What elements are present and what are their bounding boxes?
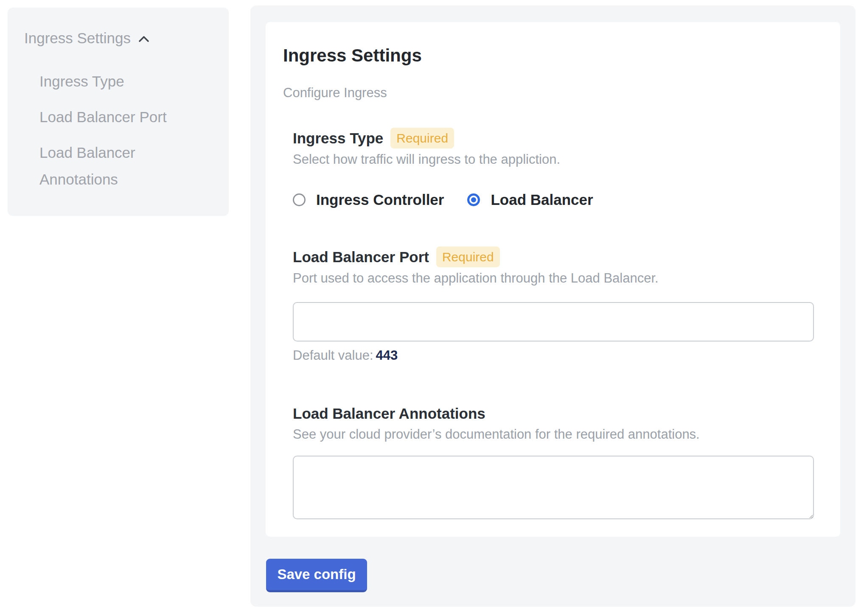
sidebar-section-toggle[interactable]: Ingress Settings xyxy=(24,29,220,48)
ingress-type-label: Ingress Type xyxy=(293,129,383,148)
chevron-up-icon xyxy=(137,32,151,46)
default-value-line: Default value:443 xyxy=(293,348,821,363)
radio-selected-icon[interactable] xyxy=(467,193,480,206)
load-balancer-port-label-row: Load Balancer Port Required xyxy=(293,246,821,267)
save-config-button[interactable]: Save config xyxy=(266,559,367,592)
radio-label-load-balancer: Load Balancer xyxy=(491,191,593,208)
required-badge: Required xyxy=(436,246,500,267)
sidebar-item-list: Ingress Type Load Balancer Port Load Bal… xyxy=(24,68,220,193)
load-balancer-annotations-label-row: Load Balancer Annotations xyxy=(293,404,821,423)
ingress-type-radio-group: Ingress Controller Load Balancer xyxy=(293,191,821,208)
load-balancer-annotations-textarea[interactable] xyxy=(293,456,814,519)
sidebar-item-ingress-type[interactable]: Ingress Type xyxy=(39,68,180,95)
ingress-type-description: Select how traffic will ingress to the a… xyxy=(293,151,821,168)
ingress-settings-card: Ingress Settings Configure Ingress Ingre… xyxy=(266,22,840,537)
settings-nav-sidebar: Ingress Settings Ingress Type Load Balan… xyxy=(8,8,229,216)
radio-option-load-balancer[interactable]: Load Balancer xyxy=(467,191,593,208)
section-ingress-type: Ingress Type Required Select how traffic… xyxy=(293,128,821,208)
radio-unselected-icon[interactable] xyxy=(293,193,306,206)
load-balancer-annotations-label: Load Balancer Annotations xyxy=(293,404,485,423)
radio-label-ingress-controller: Ingress Controller xyxy=(316,191,444,208)
load-balancer-annotations-description: See your cloud provider’s documentation … xyxy=(293,426,821,443)
section-load-balancer-port: Load Balancer Port Required Port used to… xyxy=(293,246,821,363)
settings-main-panel: Ingress Settings Configure Ingress Ingre… xyxy=(250,6,856,607)
radio-dot xyxy=(471,197,476,202)
sidebar-item-load-balancer-port[interactable]: Load Balancer Port xyxy=(39,104,180,130)
load-balancer-port-input[interactable] xyxy=(293,302,814,342)
page-subtitle: Configure Ingress xyxy=(283,84,821,101)
page-title: Ingress Settings xyxy=(283,45,821,66)
default-value: 443 xyxy=(376,348,398,363)
load-balancer-port-description: Port used to access the application thro… xyxy=(293,269,821,287)
sidebar-item-load-balancer-annotations[interactable]: Load Balancer Annotations xyxy=(39,139,180,193)
radio-option-ingress-controller[interactable]: Ingress Controller xyxy=(293,191,444,208)
sidebar-section-title: Ingress Settings xyxy=(24,29,131,48)
form-sections: Ingress Type Required Select how traffic… xyxy=(293,128,821,519)
ingress-type-label-row: Ingress Type Required xyxy=(293,128,821,148)
load-balancer-port-label: Load Balancer Port xyxy=(293,247,429,267)
required-badge: Required xyxy=(390,128,454,148)
section-load-balancer-annotations: Load Balancer Annotations See your cloud… xyxy=(293,404,821,519)
default-value-label: Default value: xyxy=(293,348,373,363)
